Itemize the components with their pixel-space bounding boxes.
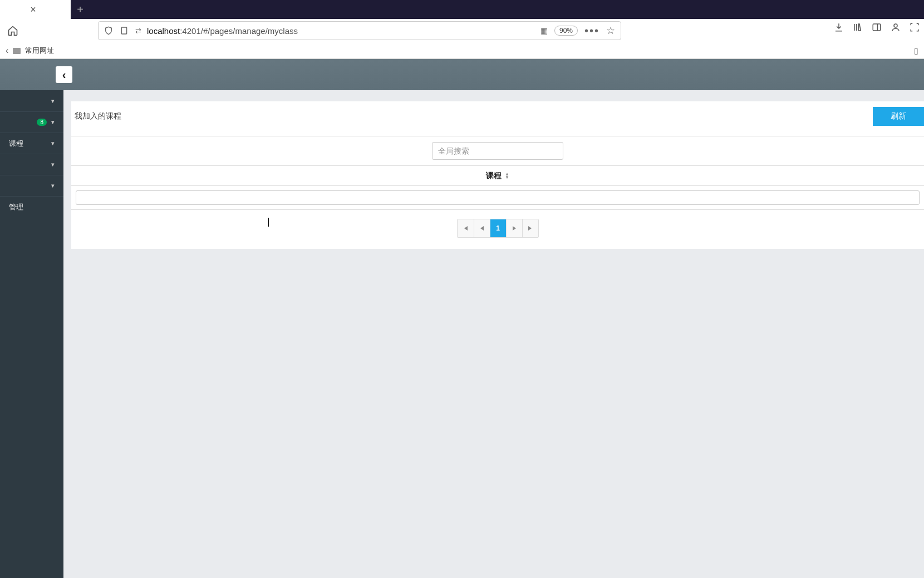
svg-rect-1 xyxy=(873,24,881,31)
sidebar-toggle-icon[interactable] xyxy=(872,22,882,32)
page-number-1[interactable]: 1 xyxy=(490,219,506,237)
mobile-icon[interactable]: ▯ xyxy=(914,46,918,55)
sidebar-item-courses[interactable]: 课程 ▾ xyxy=(0,133,63,154)
page-last-button[interactable] xyxy=(522,219,538,237)
chevron-down-icon: ▾ xyxy=(51,119,55,126)
address-bar: ⇄ localhost:4201/#/pages/manage/myclass … xyxy=(0,19,924,42)
home-icon[interactable] xyxy=(6,23,20,38)
content-area: 我加入的课程 刷新 课程 ▲▼ xyxy=(63,90,924,578)
sidebar: ▾ 8 ▾ 课程 ▾ ▾ ▾ 管理 xyxy=(0,90,63,578)
svg-rect-0 xyxy=(121,27,126,34)
sidebar-item-label: 管理 xyxy=(9,202,23,212)
folder-icon xyxy=(13,48,21,54)
sidebar-item-manage[interactable]: 管理 xyxy=(0,196,63,217)
connection-icon: ⇄ xyxy=(135,27,141,35)
url-right-controls: ▦ 90% ••• ☆ xyxy=(540,25,615,37)
bookmark-folder-label[interactable]: 常用网址 xyxy=(25,46,54,56)
sidebar-item-1[interactable]: 8 ▾ xyxy=(0,111,63,133)
browser-tab-bar: × + xyxy=(0,0,924,19)
sort-icon[interactable]: ▲▼ xyxy=(505,173,509,179)
sidebar-item-4[interactable]: ▾ xyxy=(0,175,63,196)
downloads-icon[interactable] xyxy=(834,22,844,32)
text-cursor xyxy=(268,218,269,227)
page-actions-icon[interactable]: ••• xyxy=(584,25,599,37)
global-search-input[interactable] xyxy=(432,142,563,160)
column-filter-row xyxy=(71,186,924,209)
chevron-down-icon: ▾ xyxy=(51,140,55,147)
toolbar-right xyxy=(834,22,920,32)
bookmarks-left-arrow[interactable]: ‹ xyxy=(6,46,8,56)
zoom-badge[interactable]: 90% xyxy=(554,26,578,36)
close-tab-icon[interactable]: × xyxy=(30,4,36,16)
screenshot-icon[interactable] xyxy=(910,22,920,32)
page-first-button[interactable] xyxy=(458,219,474,237)
url-box[interactable]: ⇄ localhost:4201/#/pages/manage/myclass … xyxy=(98,21,621,40)
page-icon xyxy=(120,26,130,35)
sidebar-item-3[interactable]: ▾ xyxy=(0,154,63,175)
bookmarks-bar: ‹ 常用网址 ▯ xyxy=(0,42,924,59)
account-icon[interactable] xyxy=(891,22,901,32)
tab-bar-spacer xyxy=(90,0,924,19)
sidebar-collapse-button[interactable]: ‹ xyxy=(56,66,72,83)
pagination-row: 1 xyxy=(71,209,924,249)
column-filter-input[interactable] xyxy=(76,190,920,205)
qr-icon[interactable]: ▦ xyxy=(540,26,548,35)
bookmarks-right: ▯ xyxy=(914,46,918,55)
pagination: 1 xyxy=(457,219,539,238)
refresh-button[interactable]: 刷新 xyxy=(873,107,924,126)
notification-badge: 8 xyxy=(37,119,47,126)
page-next-button[interactable] xyxy=(506,219,522,237)
table-header[interactable]: 课程 ▲▼ xyxy=(71,166,924,186)
search-row xyxy=(71,136,924,166)
library-icon[interactable] xyxy=(853,22,863,32)
shield-icon xyxy=(104,26,114,35)
chevron-down-icon: ▾ xyxy=(51,182,55,189)
column-header-label: 课程 xyxy=(486,171,502,181)
sidebar-item-0[interactable]: ▾ xyxy=(0,90,63,111)
card-header: 我加入的课程 刷新 xyxy=(71,101,924,136)
chevron-down-icon: ▾ xyxy=(51,97,55,105)
svg-point-2 xyxy=(894,24,897,27)
card: 我加入的课程 刷新 课程 ▲▼ xyxy=(71,101,924,249)
page-title: 我加入的课程 xyxy=(75,111,121,121)
chevron-down-icon: ▾ xyxy=(51,161,55,168)
new-tab-button[interactable]: + xyxy=(71,0,90,19)
url-text: localhost:4201/#/pages/manage/myclass xyxy=(147,26,535,36)
sidebar-item-label: 课程 xyxy=(9,139,23,149)
bookmark-star-icon[interactable]: ☆ xyxy=(606,25,615,37)
page-prev-button[interactable] xyxy=(474,219,490,237)
active-tab[interactable]: × xyxy=(0,0,71,19)
app-body: ▾ 8 ▾ 课程 ▾ ▾ ▾ 管理 我加入的课程 刷新 xyxy=(0,90,924,578)
app-header: ‹ xyxy=(0,59,924,90)
